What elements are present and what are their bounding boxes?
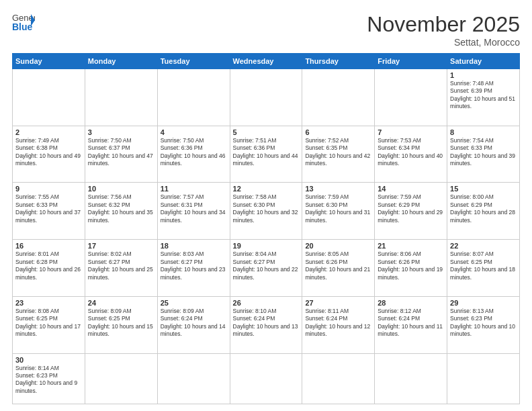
empty-cell [13,69,85,126]
day-19: 19 Sunrise: 8:04 AMSunset: 6:27 PMDaylig… [230,240,302,297]
empty-cell [302,353,375,404]
empty-cell [85,69,157,126]
day-3: 3 Sunrise: 7:50 AMSunset: 6:37 PMDayligh… [85,126,157,183]
day-16: 16 Sunrise: 8:01 AMSunset: 6:28 PMDaylig… [13,240,85,297]
empty-cell [302,69,375,126]
day-12: 12 Sunrise: 7:58 AMSunset: 6:30 PMDaylig… [230,183,302,240]
day-11: 11 Sunrise: 7:57 AMSunset: 6:31 PMDaylig… [157,183,230,240]
day-24: 24 Sunrise: 8:09 AMSunset: 6:25 PMDaylig… [85,296,157,353]
day-7: 7 Sunrise: 7:53 AMSunset: 6:34 PMDayligh… [375,126,447,183]
col-sunday: Sunday [13,54,85,69]
day-22: 22 Sunrise: 8:07 AMSunset: 6:25 PMDaylig… [447,240,520,297]
calendar: Sunday Monday Tuesday Wednesday Thursday… [12,53,520,404]
col-friday: Friday [375,54,447,69]
empty-cell [85,353,157,404]
empty-cell [375,69,447,126]
day-23: 23 Sunrise: 8:08 AMSunset: 6:25 PMDaylig… [13,296,85,353]
empty-cell [230,353,302,404]
empty-cell [447,353,520,404]
header: General Blue November 2025 Settat, Moroc… [12,12,520,48]
month-title: November 2025 [367,12,520,37]
day-4: 4 Sunrise: 7:50 AMSunset: 6:36 PMDayligh… [157,126,230,183]
empty-cell [375,353,447,404]
day-17: 17 Sunrise: 8:02 AMSunset: 6:27 PMDaylig… [85,240,157,297]
empty-cell [157,353,230,404]
location: Settat, Morocco [367,37,520,48]
table-row: 9 Sunrise: 7:55 AMSunset: 6:33 PMDayligh… [13,183,520,240]
day-2: 2 Sunrise: 7:49 AMSunset: 6:38 PMDayligh… [13,126,85,183]
day-13: 13 Sunrise: 7:59 AMSunset: 6:30 PMDaylig… [302,183,375,240]
day-6: 6 Sunrise: 7:52 AMSunset: 6:35 PMDayligh… [302,126,375,183]
day-18: 18 Sunrise: 8:03 AMSunset: 6:27 PMDaylig… [157,240,230,297]
col-monday: Monday [85,54,157,69]
table-row: 16 Sunrise: 8:01 AMSunset: 6:28 PMDaylig… [13,240,520,297]
table-row: 1 Sunrise: 7:48 AMSunset: 6:39 PMDayligh… [13,69,520,126]
col-thursday: Thursday [302,54,375,69]
day-1: 1 Sunrise: 7:48 AMSunset: 6:39 PMDayligh… [447,69,520,126]
day-25: 25 Sunrise: 8:09 AMSunset: 6:24 PMDaylig… [157,296,230,353]
day-14: 14 Sunrise: 7:59 AMSunset: 6:29 PMDaylig… [375,183,447,240]
col-tuesday: Tuesday [157,54,230,69]
title-block: November 2025 Settat, Morocco [367,12,520,48]
day-30: 30 Sunrise: 8:14 AMSunset: 6:23 PMDaylig… [13,353,85,404]
day-20: 20 Sunrise: 8:05 AMSunset: 6:26 PMDaylig… [302,240,375,297]
col-saturday: Saturday [447,54,520,69]
table-row: 2 Sunrise: 7:49 AMSunset: 6:38 PMDayligh… [13,126,520,183]
empty-cell [230,69,302,126]
col-wednesday: Wednesday [230,54,302,69]
day-28: 28 Sunrise: 8:12 AMSunset: 6:24 PMDaylig… [375,296,447,353]
day-5: 5 Sunrise: 7:51 AMSunset: 6:36 PMDayligh… [230,126,302,183]
day-26: 26 Sunrise: 8:10 AMSunset: 6:24 PMDaylig… [230,296,302,353]
day-8: 8 Sunrise: 7:54 AMSunset: 6:33 PMDayligh… [447,126,520,183]
day-27: 27 Sunrise: 8:11 AMSunset: 6:24 PMDaylig… [302,296,375,353]
table-row: 30 Sunrise: 8:14 AMSunset: 6:23 PMDaylig… [13,353,520,404]
day-29: 29 Sunrise: 8:13 AMSunset: 6:23 PMDaylig… [447,296,520,353]
svg-text:Blue: Blue [12,21,33,32]
day-21: 21 Sunrise: 8:06 AMSunset: 6:26 PMDaylig… [375,240,447,297]
table-row: 23 Sunrise: 8:08 AMSunset: 6:25 PMDaylig… [13,296,520,353]
day-15: 15 Sunrise: 8:00 AMSunset: 6:29 PMDaylig… [447,183,520,240]
empty-cell [157,69,230,126]
day-9: 9 Sunrise: 7:55 AMSunset: 6:33 PMDayligh… [13,183,85,240]
logo-svg: General Blue [12,12,35,32]
day-10: 10 Sunrise: 7:56 AMSunset: 6:32 PMDaylig… [85,183,157,240]
page: General Blue November 2025 Settat, Moroc… [0,0,532,411]
logo: General Blue [12,12,35,32]
